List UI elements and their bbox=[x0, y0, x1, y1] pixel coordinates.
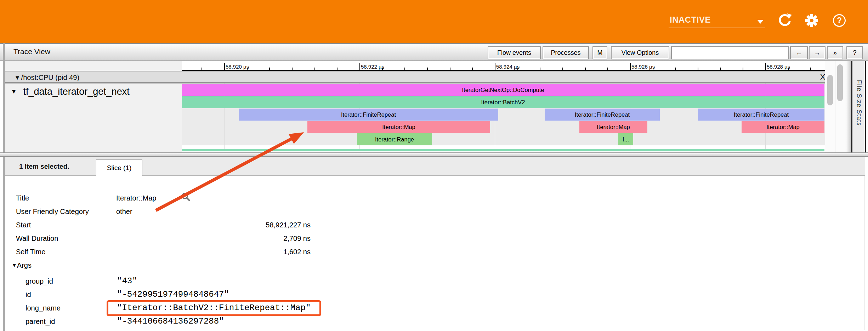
minor-tick bbox=[427, 68, 428, 70]
status-dropdown[interactable]: INACTIVE bbox=[669, 14, 765, 28]
tick-label: 58,928 µs bbox=[767, 64, 790, 70]
minor-tick bbox=[675, 68, 676, 70]
vertical-scrollbar-thumb[interactable] bbox=[827, 75, 833, 105]
detail-value: Iterator::Map bbox=[116, 191, 156, 205]
help-button[interactable]: ? bbox=[846, 46, 863, 59]
app-header: INACTIVE ? bbox=[0, 0, 868, 43]
minor-tick bbox=[585, 68, 586, 70]
magnifier-icon[interactable] bbox=[181, 192, 191, 202]
minor-tick bbox=[382, 68, 383, 70]
collapse-arrow-icon[interactable]: ▾ bbox=[12, 87, 16, 95]
trace-slice[interactable]: Iterator::Map bbox=[742, 121, 824, 133]
detail-row: User Friendly Categoryother bbox=[0, 205, 850, 218]
annotation-highlight-box bbox=[107, 300, 321, 316]
trace-slice-partial[interactable] bbox=[182, 149, 824, 151]
minor-tick bbox=[292, 68, 293, 70]
thread-track-label[interactable]: ▾ tf_data_iterator_get_next bbox=[12, 86, 130, 97]
detail-value: 2,709 ns bbox=[116, 232, 311, 245]
zoom-out-button[interactable]: ← bbox=[790, 46, 808, 59]
zoom-in-button[interactable]: → bbox=[809, 46, 826, 59]
major-tick bbox=[630, 63, 631, 70]
trace-slice[interactable]: I... bbox=[618, 133, 633, 145]
arg-key: group_id bbox=[25, 274, 53, 288]
scrollbar-gradient-strip bbox=[846, 61, 851, 152]
trace-view-title: Trace View bbox=[13, 47, 50, 56]
arg-key: long_name bbox=[25, 301, 61, 315]
minor-tick bbox=[607, 68, 608, 70]
arg-value: "-5429951974994848647" bbox=[117, 288, 229, 301]
trace-slice[interactable]: Iterator::FiniteRepeat bbox=[239, 109, 498, 121]
trace-slice[interactable]: Iterator::Map bbox=[307, 121, 490, 133]
tick-label: 58,922 µs bbox=[361, 64, 384, 70]
minor-tick bbox=[540, 68, 540, 70]
expand-button[interactable]: » bbox=[827, 46, 843, 59]
file-size-stats-label: File Size Stats bbox=[855, 80, 863, 126]
minor-tick bbox=[404, 68, 405, 70]
search-input[interactable] bbox=[671, 46, 789, 59]
thread-name: tf_data_iterator_get_next bbox=[23, 86, 130, 97]
status-dropdown-value: INACTIVE bbox=[670, 15, 711, 25]
trace-slice[interactable]: IteratorGetNextOp::DoCompute bbox=[182, 84, 824, 96]
minor-tick bbox=[743, 68, 743, 70]
args-section-header[interactable]: ▼Args bbox=[12, 259, 32, 272]
tick-label: 58,924 µs bbox=[496, 64, 520, 70]
trace-slice[interactable]: Iterator::FiniteRepeat bbox=[698, 109, 824, 121]
scrollbar-divider bbox=[835, 61, 835, 152]
trace-viewer-app: INACTIVE ? Trace View Flow eventsProcess… bbox=[0, 0, 868, 331]
detail-label: Self Time bbox=[16, 245, 45, 259]
expand-arrow-icon[interactable]: ▼ bbox=[12, 262, 17, 268]
arg-row: id"-5429951974994848647" bbox=[0, 288, 850, 301]
trace-slice[interactable]: Iterator::BatchV2 bbox=[182, 96, 824, 108]
detail-row: TitleIterator::Map bbox=[0, 191, 850, 205]
vertical-scrollbar-thumb[interactable] bbox=[837, 64, 843, 101]
minor-tick bbox=[247, 68, 248, 70]
minor-tick bbox=[653, 68, 653, 70]
minor-tick bbox=[698, 68, 698, 70]
toolbar-button-processes[interactable]: Processes bbox=[543, 46, 589, 59]
gear-icon[interactable] bbox=[805, 13, 819, 28]
arg-value: "-344106684136297288" bbox=[117, 315, 224, 328]
arg-value: "43" bbox=[117, 274, 137, 288]
minor-tick bbox=[202, 68, 202, 70]
detail-row: Wall Duration2,709 ns bbox=[0, 232, 850, 245]
major-tick bbox=[765, 63, 766, 70]
detail-row: Start58,921,227 ns bbox=[0, 218, 850, 232]
file-size-stats-drawer-tab[interactable]: File Size Stats bbox=[851, 61, 866, 152]
detail-value: 1,602 ns bbox=[116, 245, 311, 259]
arg-row: group_id"43" bbox=[0, 274, 850, 288]
trace-slice[interactable]: Iterator::Range bbox=[357, 133, 432, 145]
toolbar-button-m[interactable]: M bbox=[592, 46, 607, 59]
collapse-arrow-icon[interactable]: ▾ bbox=[16, 74, 19, 81]
detail-label: Title bbox=[16, 191, 29, 205]
minor-tick bbox=[562, 68, 563, 70]
args-label: Args bbox=[17, 261, 32, 269]
trace-slice[interactable]: Iterator::Map bbox=[579, 121, 647, 133]
refresh-icon[interactable] bbox=[778, 13, 792, 28]
minor-tick bbox=[788, 68, 789, 70]
toolbar-button-view-options[interactable]: View Options bbox=[611, 46, 669, 59]
process-name: /host:CPU (pid 49) bbox=[21, 74, 80, 81]
minor-tick bbox=[269, 68, 270, 70]
major-tick bbox=[224, 63, 225, 70]
detail-label: Wall Duration bbox=[16, 232, 58, 245]
detail-label: User Friendly Category bbox=[16, 205, 89, 218]
tick-label: 58,920 µs bbox=[226, 64, 249, 70]
help-icon[interactable]: ? bbox=[833, 14, 846, 27]
minor-tick bbox=[810, 68, 811, 70]
selection-count-label: 1 item selected. bbox=[19, 163, 69, 170]
detail-value: other bbox=[116, 205, 132, 218]
arg-key: parent_id bbox=[25, 315, 55, 328]
process-track-label: ▾ /host:CPU (pid 49) bbox=[16, 73, 79, 82]
tab-slice[interactable]: Slice (1) bbox=[96, 159, 142, 176]
minor-tick bbox=[517, 68, 518, 70]
minor-tick bbox=[720, 68, 721, 70]
minor-tick bbox=[472, 68, 473, 70]
trace-slice[interactable]: Iterator::FiniteRepeat bbox=[545, 109, 660, 121]
major-tick bbox=[359, 63, 360, 70]
panel-splitter[interactable] bbox=[0, 152, 868, 157]
toolbar-button-flow-events[interactable]: Flow events bbox=[488, 46, 541, 59]
arg-row: parent_id"-344106684136297288" bbox=[0, 315, 850, 328]
process-track-header[interactable]: ▾ /host:CPU (pid 49) X bbox=[5, 71, 825, 83]
arg-key: id bbox=[25, 288, 31, 301]
minor-tick bbox=[314, 68, 315, 70]
